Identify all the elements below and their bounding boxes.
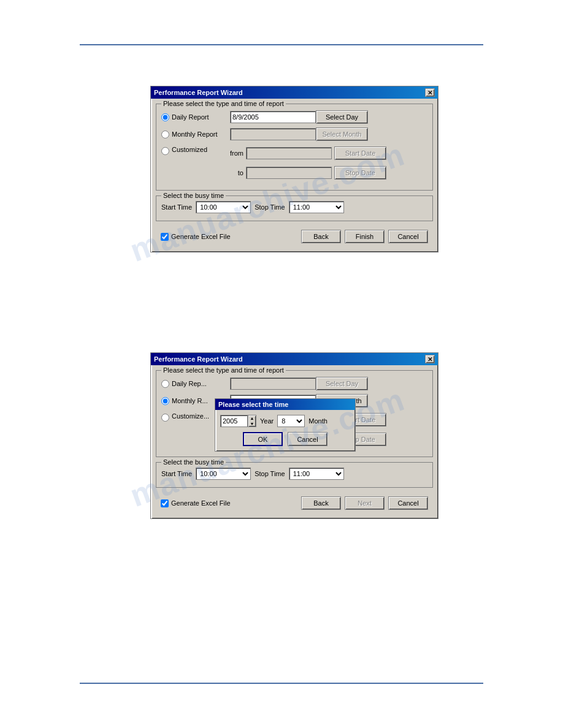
stop-time-select-2[interactable]: 11:00 11:30 12:00	[289, 468, 344, 480]
start-time-select[interactable]: 10:00 10:30 11:00	[196, 201, 251, 213]
stop-time-label: Stop Time	[255, 203, 285, 211]
bottom-line	[80, 683, 483, 684]
finish-button[interactable]: Finish	[345, 230, 385, 243]
page-wrapper: manuarchive.com manuarchive.com Performa…	[0, 0, 563, 728]
monthly-label: Monthly Report	[172, 131, 230, 138]
start-time-label-2: Start Time	[161, 470, 192, 477]
daily-radio[interactable]	[161, 113, 169, 121]
dialog1-daily-row: Daily Report Select Day	[161, 110, 427, 124]
monthly-radio[interactable]	[161, 131, 169, 138]
dialog2-close-icon: ✕	[427, 356, 432, 363]
year-down-arrow[interactable]: ▼	[248, 421, 256, 427]
dialog2-title: Performance Report Wizard	[154, 355, 243, 363]
popup-title: Please select the time	[218, 401, 288, 408]
dialog1-title: Performance Report Wizard	[154, 89, 243, 96]
popup-buttons: OK Cancel	[220, 432, 350, 446]
dialog1-report-group-title: Please select the type and time of repor…	[161, 100, 286, 107]
to-label: to	[230, 169, 243, 176]
dialog-2: Performance Report Wizard ✕ Please selec…	[150, 352, 439, 519]
from-label: from	[230, 150, 243, 157]
monthly-date-input[interactable]	[230, 128, 316, 140]
daily-label-2: Daily Rep...	[172, 380, 230, 387]
generate-excel-label-2: Generate Excel File	[171, 499, 231, 507]
dialog2-busy-group-title: Select the busy time	[161, 458, 226, 466]
year-arrows: ▲ ▼	[248, 415, 256, 427]
dialog2-report-group-title: Please select the type and time of repor…	[161, 366, 286, 374]
year-up-arrow[interactable]: ▲	[248, 415, 256, 421]
generate-excel-row: Generate Excel File	[161, 233, 231, 241]
dialog2-close-button[interactable]: ✕	[425, 355, 435, 363]
customized-label: Customized	[172, 146, 230, 153]
daily-date-input[interactable]	[230, 111, 316, 123]
dialog1-customized-row: Customized from Start Date to Stop Date	[161, 145, 427, 181]
dialog1-busy-group-title: Select the busy time	[161, 192, 226, 199]
year-spinner: ▲ ▼	[220, 415, 256, 427]
monthly-radio-2[interactable]	[161, 397, 169, 405]
back-button-2[interactable]: Back	[301, 496, 341, 510]
month-select[interactable]: 1 2 3 4 5 6 7 8 9 10 11	[277, 415, 305, 427]
from-row: from Start Date	[230, 146, 386, 160]
dialog1-titlebar: Performance Report Wizard ✕	[151, 86, 438, 99]
popup-body: ▲ ▼ Year 1 2 3 4 5 6	[215, 410, 355, 451]
stop-time-select[interactable]: 11:00 11:30 12:00	[289, 201, 344, 213]
dialog2-bottom-bar: Generate Excel File Back Next Cancel	[156, 493, 433, 514]
year-input[interactable]	[220, 415, 248, 427]
generate-excel-row-2: Generate Excel File	[161, 499, 231, 507]
from-input[interactable]	[246, 147, 332, 159]
dialog1-report-group: Please select the type and time of repor…	[156, 104, 433, 191]
busy-time-row: Start Time 10:00 10:30 11:00 Stop Time 1…	[161, 199, 427, 216]
dialog-1: Performance Report Wizard ✕ Please selec…	[150, 86, 439, 252]
stop-time-label-2: Stop Time	[255, 470, 285, 477]
next-button[interactable]: Next	[345, 496, 385, 510]
generate-excel-label: Generate Excel File	[171, 233, 231, 240]
start-time-select-2[interactable]: 10:00 10:30 11:00	[196, 468, 251, 480]
dialog1-monthly-row: Monthly Report Select Month	[161, 127, 427, 141]
top-line	[80, 44, 483, 45]
dialog1-body: Please select the type and time of repor…	[151, 99, 438, 252]
to-row: to Stop Date	[230, 166, 386, 180]
back-button-1[interactable]: Back	[301, 230, 341, 243]
select-day-button[interactable]: Select Day	[316, 110, 368, 124]
popup-ok-button[interactable]: OK	[243, 432, 283, 446]
dialog2-titlebar: Performance Report Wizard ✕	[151, 353, 438, 365]
dialog2-busy-group: Select the busy time Start Time 10:00 10…	[156, 462, 433, 488]
select-day-button-2[interactable]: Select Day	[316, 377, 368, 390]
generate-excel-checkbox-2[interactable]	[161, 499, 169, 507]
popup-inputs-row: ▲ ▼ Year 1 2 3 4 5 6	[220, 415, 350, 427]
month-label: Month	[308, 417, 327, 425]
popup-cancel-button[interactable]: Cancel	[288, 432, 327, 446]
dialog2-body: Please select the type and time of repor…	[151, 365, 438, 518]
dialog1-close-button[interactable]: ✕	[425, 88, 435, 97]
select-month-button[interactable]: Select Month	[316, 127, 368, 141]
year-label: Year	[260, 417, 274, 425]
to-input[interactable]	[246, 167, 332, 179]
start-date-button[interactable]: Start Date	[334, 146, 386, 160]
generate-excel-checkbox[interactable]	[161, 233, 169, 241]
popup-titlebar: Please select the time	[215, 399, 355, 410]
daily-radio-2[interactable]	[161, 380, 169, 388]
stop-date-button[interactable]: Stop Date	[334, 166, 386, 180]
customized-radio-2[interactable]	[161, 414, 169, 422]
customized-inputs: from Start Date to Stop Date	[230, 145, 386, 181]
daily-label: Daily Report	[172, 113, 230, 121]
busy-time-row-2: Start Time 10:00 10:30 11:00 Stop Time 1…	[161, 465, 427, 482]
dialog1-close-icon: ✕	[427, 89, 432, 96]
dialog2-report-group: Please select the type and time of repor…	[156, 370, 433, 457]
dialog2-daily-row: Daily Rep... Select Day	[161, 377, 427, 390]
time-select-popup: Please select the time ▲ ▼ Year	[215, 398, 356, 452]
daily-date-input-2[interactable]	[230, 377, 316, 390]
customized-radio[interactable]	[161, 147, 169, 155]
cancel-button-2[interactable]: Cancel	[388, 496, 428, 510]
dialog1-busy-group: Select the busy time Start Time 10:00 10…	[156, 195, 433, 221]
start-time-label: Start Time	[161, 203, 192, 211]
dialog1-bottom-bar: Generate Excel File Back Finish Cancel	[156, 226, 433, 247]
cancel-button-1[interactable]: Cancel	[388, 230, 428, 243]
